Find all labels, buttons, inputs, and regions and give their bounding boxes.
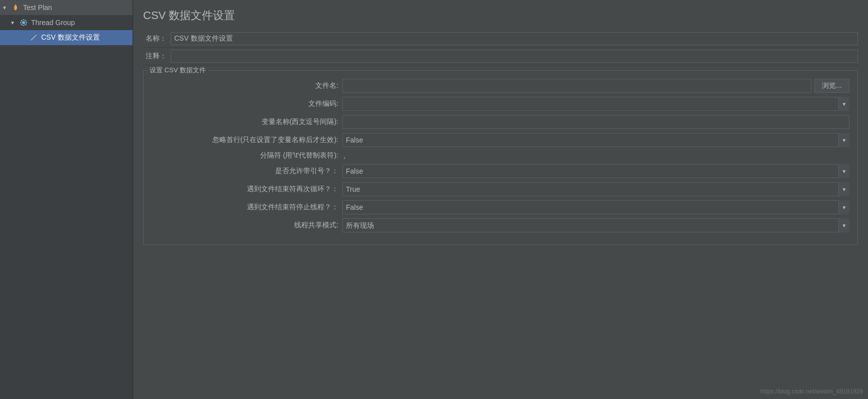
filename-label: 文件名:	[152, 81, 342, 90]
encoding-select-wrapper: UTF-8 GBK ISO-8859-1 ▼	[342, 97, 849, 111]
csv-section: 设置 CSV 数据文件 文件名: 浏览... 文件编码: UTF-8 GBK I…	[143, 70, 858, 245]
page-title: CSV 数据文件设置	[143, 8, 858, 23]
stop-thread-eof-select-wrapper: False True ▼	[342, 200, 849, 214]
name-input[interactable]	[171, 32, 858, 45]
ignore-first-line-value-area: False True ▼	[342, 133, 849, 147]
tree-arrow: ▼	[2, 5, 8, 11]
stop-thread-eof-label: 遇到文件结束符停止线程？：	[152, 203, 342, 212]
recycle-eof-select-wrapper: True False ▼	[342, 182, 849, 196]
sidebar-item-label: CSV 数据文件设置	[41, 33, 100, 42]
recycle-eof-value-area: True False ▼	[342, 182, 849, 196]
encoding-value-area: UTF-8 GBK ISO-8859-1 ▼	[342, 97, 849, 111]
ignore-first-line-row: 忽略首行(只在设置了变量名称后才生效): False True ▼	[152, 133, 849, 147]
name-label: 名称：	[143, 34, 171, 43]
sidebar-item-test-plan[interactable]: ▼ Test Plan	[0, 0, 133, 15]
stop-thread-eof-select[interactable]: False True	[342, 200, 849, 214]
comment-row: 注释：	[143, 48, 858, 65]
sharing-mode-select-wrapper: 所有现场 当前线程组 当前线程 ▼	[342, 218, 849, 232]
sidebar-item-csv-config[interactable]: CSV 数据文件设置	[0, 30, 133, 45]
filename-value-area: 浏览...	[342, 79, 849, 93]
ignore-first-line-select[interactable]: False True	[342, 133, 849, 147]
wrench-icon	[29, 33, 38, 42]
delimiter-label: 分隔符 (用'\t'代替制表符):	[152, 151, 342, 160]
allow-quoted-select[interactable]: False True	[342, 164, 849, 178]
encoding-row: 文件编码: UTF-8 GBK ISO-8859-1 ▼	[152, 97, 849, 111]
encoding-select[interactable]: UTF-8 GBK ISO-8859-1	[342, 97, 849, 111]
allow-quoted-row: 是否允许带引号？： False True ▼	[152, 164, 849, 178]
recycle-eof-select[interactable]: True False	[342, 182, 849, 196]
allow-quoted-select-wrapper: False True ▼	[342, 164, 849, 178]
recycle-eof-row: 遇到文件结束符再次循环？： True False ▼	[152, 182, 849, 196]
stop-thread-eof-value-area: False True ▼	[342, 200, 849, 214]
sidebar-item-label: Test Plan	[23, 4, 52, 12]
ignore-first-line-select-wrapper: False True ▼	[342, 133, 849, 147]
variable-names-label: 变量名称(西文逗号间隔):	[152, 117, 342, 126]
recycle-eof-label: 遇到文件结束符再次循环？：	[152, 185, 342, 194]
allow-quoted-value-area: False True ▼	[342, 164, 849, 178]
main-content: CSV 数据文件设置 名称： 注释： 设置 CSV 数据文件 文件名: 浏览..…	[133, 0, 868, 399]
delimiter-row: 分隔符 (用'\t'代替制表符): ,	[152, 151, 849, 160]
sidebar: ▼ Test Plan ▼ Thread Group	[0, 0, 133, 399]
flame-icon	[11, 3, 20, 12]
section-title: 设置 CSV 数据文件	[148, 66, 208, 75]
svg-point-0	[22, 21, 25, 24]
comment-input[interactable]	[171, 50, 858, 63]
comment-label: 注释：	[143, 52, 171, 61]
tree-arrow: ▼	[10, 20, 16, 26]
watermark: https://blog.csdn.net/weixin_49191929	[761, 388, 863, 395]
sharing-mode-label: 线程共享模式:	[152, 221, 342, 230]
delimiter-value-area: ,	[342, 152, 849, 160]
variable-names-row: 变量名称(西文逗号间隔):	[152, 115, 849, 129]
filename-row: 文件名: 浏览...	[152, 79, 849, 93]
sidebar-item-thread-group[interactable]: ▼ Thread Group	[0, 15, 133, 30]
variable-names-value-area	[342, 115, 849, 129]
sidebar-item-label: Thread Group	[31, 19, 75, 27]
name-row: 名称：	[143, 30, 858, 48]
stop-thread-eof-row: 遇到文件结束符停止线程？： False True ▼	[152, 200, 849, 214]
sharing-mode-value-area: 所有现场 当前线程组 当前线程 ▼	[342, 218, 849, 232]
tree-arrow	[20, 35, 26, 41]
gear-icon	[19, 18, 28, 27]
delimiter-value: ,	[342, 152, 345, 160]
sharing-mode-row: 线程共享模式: 所有现场 当前线程组 当前线程 ▼	[152, 218, 849, 232]
variable-names-input[interactable]	[342, 115, 849, 129]
allow-quoted-label: 是否允许带引号？：	[152, 167, 342, 176]
browse-button[interactable]: 浏览...	[814, 79, 849, 93]
ignore-first-line-label: 忽略首行(只在设置了变量名称后才生效):	[152, 136, 342, 145]
encoding-label: 文件编码:	[152, 99, 342, 108]
filename-input[interactable]	[342, 79, 811, 93]
sharing-mode-select[interactable]: 所有现场 当前线程组 当前线程	[342, 218, 849, 232]
